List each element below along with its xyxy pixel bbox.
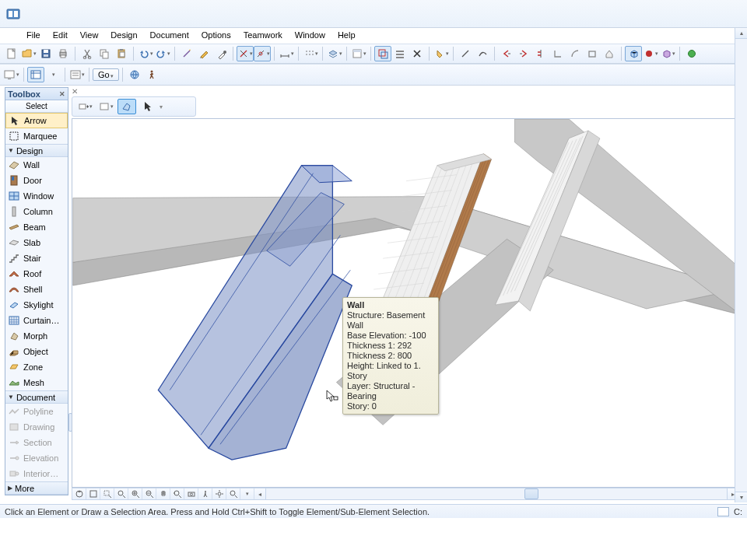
purple-cube-button[interactable] bbox=[659, 46, 676, 61]
tool-shell[interactable]: Shell bbox=[5, 282, 68, 297]
tool-mesh[interactable]: Mesh bbox=[5, 375, 68, 390]
green-circle-button[interactable] bbox=[683, 46, 700, 61]
trace-toggle[interactable] bbox=[374, 46, 391, 61]
menu-edit[interactable]: Edit bbox=[47, 28, 74, 42]
menu-file[interactable]: File bbox=[20, 28, 47, 42]
3d-cube-button[interactable] bbox=[625, 46, 642, 61]
layers-button[interactable] bbox=[326, 46, 343, 61]
tool-window[interactable]: Window bbox=[5, 188, 68, 204]
walk-view-button[interactable] bbox=[198, 488, 212, 499]
view-tab-button[interactable] bbox=[117, 99, 136, 114]
menu-help[interactable]: Help bbox=[331, 28, 362, 42]
menu-window[interactable]: Window bbox=[289, 28, 331, 42]
cut-button[interactable] bbox=[79, 46, 96, 61]
tool-roof[interactable]: Roof bbox=[5, 266, 68, 282]
tool-drawing[interactable]: Drawing bbox=[5, 419, 68, 435]
render-button[interactable] bbox=[642, 46, 659, 61]
zoom-out-button[interactable] bbox=[142, 488, 156, 499]
close-icon[interactable]: ✕ bbox=[59, 90, 65, 98]
nav-drop[interactable]: ▾ bbox=[240, 488, 254, 499]
tool-arrow[interactable]: Arrow bbox=[5, 113, 68, 128]
new-tab-button[interactable] bbox=[96, 99, 115, 114]
menu-view[interactable]: View bbox=[74, 28, 105, 42]
chevron-down-icon[interactable]: ▾ bbox=[160, 103, 163, 110]
snap-mode-1[interactable] bbox=[237, 46, 254, 61]
corner-tool[interactable] bbox=[549, 46, 566, 61]
globe-button[interactable] bbox=[126, 67, 143, 82]
new-file-button[interactable] bbox=[3, 46, 20, 61]
home-tool[interactable] bbox=[601, 46, 618, 61]
tool-elevation[interactable]: Elevation bbox=[5, 450, 68, 466]
arc-tool[interactable] bbox=[566, 46, 584, 61]
tool-morph[interactable]: Morph bbox=[5, 328, 68, 344]
tool-door[interactable]: Door bbox=[5, 173, 68, 188]
scroll-thumb[interactable] bbox=[524, 488, 538, 499]
menu-design[interactable]: Design bbox=[104, 28, 143, 42]
tool-skylight[interactable]: Skylight bbox=[5, 297, 68, 313]
tool-curtain[interactable]: Curtain… bbox=[5, 313, 68, 328]
eyedropper-button[interactable] bbox=[212, 46, 230, 61]
pan-button[interactable] bbox=[75, 99, 94, 114]
trace-settings[interactable] bbox=[391, 46, 409, 61]
line-tool[interactable] bbox=[457, 46, 474, 61]
toolbox-titlebar[interactable]: Toolbox ✕ bbox=[5, 88, 68, 100]
tool-slab[interactable]: Slab bbox=[5, 235, 68, 250]
zoom-window-button[interactable] bbox=[100, 488, 114, 499]
curve-tool[interactable] bbox=[474, 46, 491, 61]
save-button[interactable] bbox=[37, 46, 54, 61]
vert-scrollbar[interactable]: ▴ ▾ bbox=[735, 28, 747, 502]
paste-button[interactable] bbox=[113, 46, 130, 61]
dimension-button[interactable] bbox=[278, 46, 295, 61]
menu-document[interactable]: Document bbox=[144, 28, 195, 42]
tool-zone[interactable]: Zone bbox=[5, 359, 68, 375]
pointer-button[interactable] bbox=[139, 99, 157, 114]
menu-options[interactable]: Options bbox=[195, 28, 237, 42]
pan-hand-button[interactable] bbox=[156, 488, 170, 499]
scroll-left-button[interactable]: ◂ bbox=[254, 488, 265, 499]
tool-beam[interactable]: Beam bbox=[5, 219, 68, 235]
undo-button[interactable] bbox=[137, 46, 154, 61]
marker-button[interactable] bbox=[433, 46, 450, 61]
tool-object[interactable]: Object bbox=[5, 344, 68, 359]
tool-marquee[interactable]: Marquee bbox=[5, 128, 68, 144]
toolbox-section-design[interactable]: ▼Design bbox=[5, 144, 68, 157]
snap-mode-2[interactable] bbox=[254, 46, 271, 61]
arrow-left-tool[interactable] bbox=[498, 46, 515, 61]
redo-button[interactable] bbox=[154, 46, 171, 61]
view-mode-drop[interactable] bbox=[44, 67, 61, 82]
toolbox-section-document[interactable]: ▼Document bbox=[5, 390, 68, 404]
status-indicator-box[interactable] bbox=[717, 507, 729, 516]
tool-polyline[interactable]: Polyline bbox=[5, 404, 68, 419]
tool-interior[interactable]: Interior… bbox=[5, 466, 68, 481]
scroll-down-button[interactable]: ▾ bbox=[735, 492, 747, 502]
menu-teamwork[interactable]: Teamwork bbox=[237, 28, 289, 42]
zoom-in-button[interactable] bbox=[128, 488, 142, 499]
prev-view-button[interactable] bbox=[170, 488, 184, 499]
print-button[interactable] bbox=[54, 46, 72, 61]
grid-button[interactable] bbox=[302, 46, 319, 61]
copy-button[interactable] bbox=[96, 46, 113, 61]
sun-button[interactable] bbox=[212, 488, 226, 499]
horiz-scrollbar[interactable] bbox=[265, 488, 728, 499]
zoom-button[interactable] bbox=[114, 488, 128, 499]
box-tool[interactable] bbox=[584, 46, 601, 61]
tool-wall[interactable]: Wall bbox=[5, 157, 68, 173]
tool-column[interactable]: Column bbox=[5, 204, 68, 219]
tool-stair[interactable]: Stair bbox=[5, 250, 68, 266]
pencil-button[interactable] bbox=[195, 46, 212, 61]
arrow-right-tool[interactable] bbox=[515, 46, 532, 61]
toolbox-more[interactable]: ▶More bbox=[5, 481, 68, 495]
view-list-button[interactable] bbox=[68, 67, 86, 82]
scroll-up-button[interactable]: ▴ bbox=[735, 28, 747, 39]
zoom-percent-button[interactable] bbox=[226, 488, 240, 499]
go-button[interactable]: Go bbox=[93, 68, 119, 81]
magic-wand-button[interactable] bbox=[178, 46, 195, 61]
walk-button[interactable] bbox=[143, 67, 160, 82]
align-tool[interactable] bbox=[532, 46, 549, 61]
view-mode-1[interactable] bbox=[27, 67, 44, 82]
camera-button[interactable] bbox=[184, 488, 198, 499]
fit-button[interactable] bbox=[86, 488, 100, 499]
sheet-button[interactable] bbox=[350, 46, 367, 61]
close-x-button[interactable] bbox=[409, 46, 426, 61]
open-file-button[interactable] bbox=[20, 46, 37, 61]
